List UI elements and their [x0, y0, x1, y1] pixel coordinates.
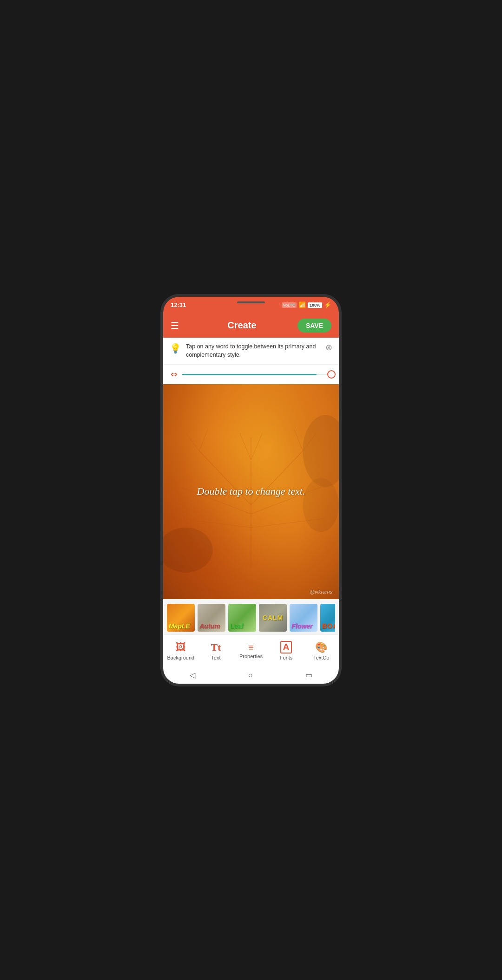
background-icon: 🖼 [176, 641, 186, 653]
thumbnails-section: MapLE Autum Leaf CALM [163, 599, 339, 634]
properties-label: Properties [239, 653, 263, 659]
home-button[interactable]: ○ [248, 671, 253, 679]
slider-fill [182, 374, 317, 375]
nav-textcolor[interactable]: 🎨 TextCo [307, 641, 335, 660]
svg-line-10 [294, 429, 303, 451]
thumbnail-autumn-label: Autum [199, 622, 220, 630]
nav-fonts[interactable]: A Fonts [272, 641, 300, 660]
tip-close-button[interactable]: ⊗ [325, 342, 332, 353]
menu-icon[interactable]: ☰ [171, 320, 179, 331]
text-label: Text [211, 655, 220, 660]
recents-button[interactable]: ▭ [305, 671, 312, 679]
status-bar: 12:31 VoLTE 📶 100% ⚡ [163, 297, 339, 314]
canvas-background: Double tap to change text. @vikrams [163, 384, 339, 599]
thumbnail-calm-label: CALM [263, 614, 283, 621]
svg-point-14 [303, 415, 339, 487]
textcolor-icon: 🎨 [315, 641, 328, 653]
tip-text: Tap on any word to toggle between its pr… [186, 342, 321, 360]
background-label: Background [167, 655, 194, 660]
slider-thumb[interactable] [327, 370, 336, 379]
tip-bar: 💡 Tap on any word to toggle between its … [163, 338, 339, 365]
svg-line-8 [199, 429, 208, 451]
thumbnail-flower-label: Flower [291, 622, 312, 630]
thumbnail-maple[interactable]: MapLE [167, 604, 195, 632]
status-icons: VoLTE 📶 100% ⚡ [282, 301, 331, 308]
tip-lightbulb-icon: 💡 [170, 343, 181, 354]
nav-background[interactable]: 🖼 Background [167, 641, 195, 660]
thumbnail-calm[interactable]: CALM [259, 604, 287, 632]
text-icon: Tt [211, 641, 221, 653]
thumbnail-autumn[interactable]: Autum [198, 604, 225, 632]
bottom-nav: 🖼 Background Tt Text ≡ Properties A Font… [163, 634, 339, 667]
svg-line-12 [251, 433, 262, 460]
canvas-area[interactable]: Double tap to change text. @vikrams [163, 384, 339, 599]
canvas-instruction-text[interactable]: Double tap to change text. [197, 485, 305, 497]
svg-point-15 [303, 478, 339, 532]
app-header: ☰ Create SAVE [163, 314, 339, 338]
svg-line-7 [185, 433, 199, 451]
thumbnail-boat-label: BOAT [322, 622, 335, 630]
back-button[interactable]: ◁ [190, 671, 195, 679]
thumbnail-leaf[interactable]: Leaf [228, 604, 256, 632]
header-title: Create [186, 320, 297, 331]
fonts-label: Fonts [280, 655, 293, 660]
slider-track[interactable] [182, 374, 331, 375]
nav-properties[interactable]: ≡ Properties [237, 643, 265, 659]
textcolor-label: TextCo [313, 655, 329, 660]
watermark-text: @vikrams [310, 589, 332, 595]
save-button[interactable]: SAVE [297, 319, 331, 333]
svg-line-5 [177, 518, 251, 527]
nav-text[interactable]: Tt Text [202, 641, 230, 660]
phone-frame: 12:31 VoLTE 📶 100% ⚡ ☰ Create SAVE 💡 Tap… [160, 294, 342, 686]
svg-line-11 [240, 433, 251, 460]
notch-bar [237, 301, 265, 303]
thumbnail-boat[interactable]: BOAT [320, 604, 335, 632]
fonts-icon: A [280, 641, 291, 653]
svg-point-13 [163, 528, 213, 573]
properties-icon: ≡ [248, 643, 254, 652]
system-nav: ◁ ○ ▭ [163, 667, 339, 684]
resize-icon: ⇔ [171, 369, 178, 379]
charging-icon: ⚡ [324, 301, 331, 308]
battery-indicator: 100% [308, 302, 322, 308]
thumbnails-row: MapLE Autum Leaf CALM [167, 604, 335, 632]
thumbnail-maple-label: MapLE [169, 622, 190, 630]
status-time: 12:31 [171, 301, 186, 308]
signal-icon: 📶 [298, 301, 306, 308]
width-slider-row: ⇔ [163, 365, 339, 384]
thumbnail-flower[interactable]: Flower [290, 604, 317, 632]
volte-icon: VoLTE [282, 302, 297, 308]
thumbnail-leaf-label: Leaf [230, 622, 244, 630]
